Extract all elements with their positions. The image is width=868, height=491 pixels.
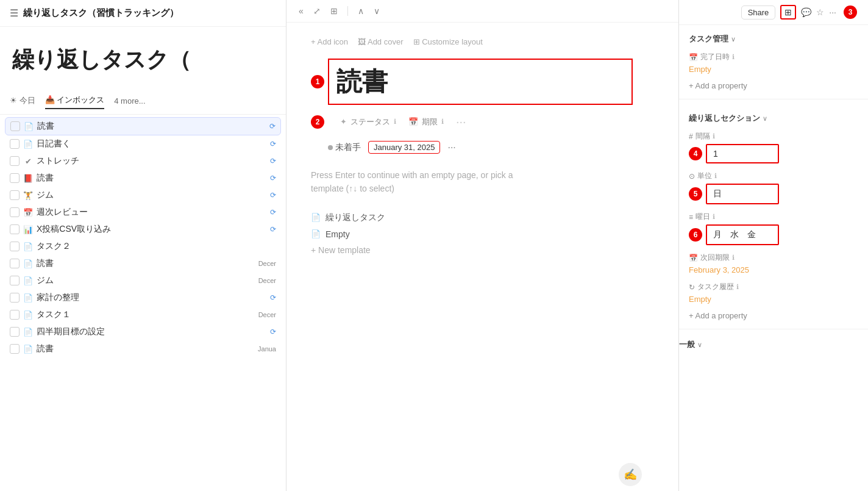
task-checkbox-0[interactable] bbox=[10, 121, 20, 131]
task-item-11[interactable]: 📄 タスク１ Decer bbox=[5, 306, 281, 323]
task-checkbox-10[interactable] bbox=[10, 293, 20, 303]
task-item-7[interactable]: 📄 タスク２ bbox=[5, 238, 281, 255]
task-sync-5: ⟳ bbox=[270, 208, 276, 217]
toolbar-up[interactable]: ∧ bbox=[355, 5, 366, 17]
toolbar-collapse[interactable]: « bbox=[296, 5, 306, 17]
task-sync-3: ⟳ bbox=[270, 174, 276, 182]
next-date-value[interactable]: February 3, 2025 bbox=[689, 265, 858, 274]
task-item-10[interactable]: 📄 家計の整理 ⟳ bbox=[5, 289, 281, 306]
task-section-header: タスク管理 ∨ bbox=[679, 25, 868, 48]
task-icon-10: 📄 bbox=[23, 293, 33, 303]
more-icon[interactable]: ··· bbox=[829, 7, 836, 17]
page-body: + Add icon 🖼 Add cover ⊞ Customize layou… bbox=[286, 23, 678, 467]
more-dots[interactable]: ··· bbox=[456, 115, 466, 129]
history-label: ↻ タスク履歴 ℹ bbox=[689, 282, 858, 292]
toolbar-down[interactable]: ∨ bbox=[371, 5, 382, 17]
general-section-chevron[interactable]: ∨ bbox=[697, 341, 702, 349]
task-icon-5: 📅 bbox=[23, 208, 33, 217]
add-property-2[interactable]: + Add a property bbox=[679, 307, 868, 324]
toolbar-layout[interactable]: ⊞ bbox=[328, 5, 340, 17]
task-icon-4: 🏋 bbox=[23, 191, 33, 200]
task-item-6[interactable]: 📊 X投稿CSV取り込み ⟳ bbox=[5, 221, 281, 238]
template-item-2[interactable]: 📄 Empty bbox=[311, 228, 654, 241]
task-item-0[interactable]: 📄 読書 ⟳ bbox=[5, 117, 281, 135]
add-property-1[interactable]: + Add a property bbox=[679, 77, 868, 94]
add-icon-btn[interactable]: + Add icon bbox=[311, 37, 348, 46]
nav-more[interactable]: 4 more... bbox=[114, 96, 145, 106]
interval-icon: # bbox=[689, 132, 693, 141]
task-section-title: タスク管理 bbox=[689, 34, 728, 45]
status-value[interactable]: 未着手 bbox=[335, 142, 361, 153]
star-icon[interactable]: ☆ bbox=[816, 7, 824, 17]
task-name-8: 読書 bbox=[37, 258, 255, 269]
complete-info: ℹ bbox=[732, 53, 735, 61]
task-section-chevron[interactable]: ∨ bbox=[731, 35, 736, 43]
sidebar: ☰ 繰り返しタスク（習慣トラッキング） 繰り返しタスク（ ☀ 今日 📥 インボッ… bbox=[0, 0, 286, 491]
annotation-1: 1 bbox=[311, 75, 324, 88]
task-icon-1: 📄 bbox=[23, 140, 33, 149]
task-name-4: ジム bbox=[37, 190, 266, 201]
page-title[interactable]: 読書 bbox=[328, 59, 633, 105]
task-name-2: ストレッチ bbox=[37, 156, 266, 167]
nav-inbox[interactable]: 📥 インボックス bbox=[45, 92, 105, 109]
task-icon-0: 📄 bbox=[24, 122, 34, 131]
task-item-3[interactable]: 📕 読書 ⟳ bbox=[5, 170, 281, 187]
nav-today[interactable]: ☀ 今日 bbox=[10, 93, 35, 109]
repeat-section-chevron[interactable]: ∨ bbox=[763, 115, 767, 123]
history-icon: ↻ bbox=[689, 283, 695, 292]
task-checkbox-2[interactable] bbox=[10, 156, 20, 166]
task-item-2[interactable]: ✔ ストレッチ ⟳ bbox=[5, 152, 281, 170]
layout-icon[interactable]: ⊞ bbox=[780, 5, 796, 20]
history-value[interactable]: Empty bbox=[689, 295, 858, 304]
task-name-13: 読書 bbox=[37, 343, 254, 354]
customize-btn[interactable]: ⊞ Customize layout bbox=[413, 37, 483, 46]
task-checkbox-1[interactable] bbox=[10, 139, 20, 149]
task-checkbox-9[interactable] bbox=[10, 276, 20, 285]
task-checkbox-12[interactable] bbox=[10, 327, 20, 337]
share-button[interactable]: Share bbox=[741, 5, 776, 20]
task-item-13[interactable]: 📄 読書 Janua bbox=[5, 340, 281, 357]
menu-icon[interactable]: ☰ bbox=[10, 7, 18, 19]
weekday-value[interactable]: 月 水 金 bbox=[706, 224, 779, 245]
template-item-1[interactable]: 📄 繰り返しタスク bbox=[311, 210, 654, 225]
task-name-6: X投稿CSV取り込み bbox=[37, 224, 266, 235]
task-item-1[interactable]: 📄 日記書く ⟳ bbox=[5, 135, 281, 152]
task-checkbox-8[interactable] bbox=[10, 259, 20, 268]
task-checkbox-6[interactable] bbox=[10, 224, 20, 234]
main-content: « ⤢ ⊞ ∧ ∨ + Add icon 🖼 Add cover ⊞ Custo… bbox=[286, 0, 679, 491]
task-item-5[interactable]: 📅 週次レビュー ⟳ bbox=[5, 204, 281, 221]
task-item-12[interactable]: 📄 四半期目標の設定 ⟳ bbox=[5, 323, 281, 340]
next-label: 📅 次回期限 ℹ bbox=[689, 253, 858, 263]
new-template-btn[interactable]: + New template bbox=[311, 243, 654, 257]
task-item-8[interactable]: 📄 読書 Decer bbox=[5, 255, 281, 272]
comment-icon[interactable]: 💬 bbox=[801, 7, 811, 17]
task-item-9[interactable]: 📄 ジム Decer bbox=[5, 272, 281, 289]
weekday-field: ≡ 曜日 ℹ 6 月 水 金 bbox=[679, 208, 868, 249]
task-checkbox-7[interactable] bbox=[10, 242, 20, 251]
date-value[interactable]: January 31, 2025 bbox=[368, 141, 440, 154]
values-row: 未着手 January 31, 2025 ··· bbox=[328, 141, 654, 154]
bottom-area: ✍ bbox=[286, 467, 678, 491]
task-checkbox-5[interactable] bbox=[10, 207, 20, 217]
task-checkbox-4[interactable] bbox=[10, 190, 20, 200]
interval-value[interactable]: 1 bbox=[706, 144, 779, 163]
unit-value[interactable]: 日 bbox=[706, 184, 779, 204]
interval-info: ℹ bbox=[713, 132, 715, 140]
annotation-3: 3 bbox=[844, 5, 857, 19]
date-label: 期限 bbox=[422, 116, 438, 127]
repeat-section-header: 繰り返しセクション ∨ bbox=[679, 104, 868, 127]
toolbar-expand[interactable]: ⤢ bbox=[311, 5, 323, 17]
task-checkbox-13[interactable] bbox=[10, 344, 20, 354]
task-checkbox-3[interactable] bbox=[10, 173, 20, 183]
task-checkbox-11[interactable] bbox=[10, 310, 20, 320]
page-hint: Press Enter to continue with an empty pa… bbox=[311, 168, 654, 196]
task-item-4[interactable]: 🏋 ジム ⟳ bbox=[5, 187, 281, 204]
unit-info: ℹ bbox=[714, 172, 717, 180]
handwriting-icon[interactable]: ✍ bbox=[619, 463, 642, 486]
add-cover-btn[interactable]: 🖼 Add cover bbox=[358, 37, 403, 46]
complete-value[interactable]: Empty bbox=[689, 65, 858, 74]
complete-icon: 📅 bbox=[689, 53, 698, 62]
prop-more-icon[interactable]: ··· bbox=[447, 142, 455, 153]
right-toolbar: Share ⊞ 💬 ☆ ··· 3 bbox=[679, 0, 868, 25]
task-icon-11: 📄 bbox=[23, 310, 33, 320]
